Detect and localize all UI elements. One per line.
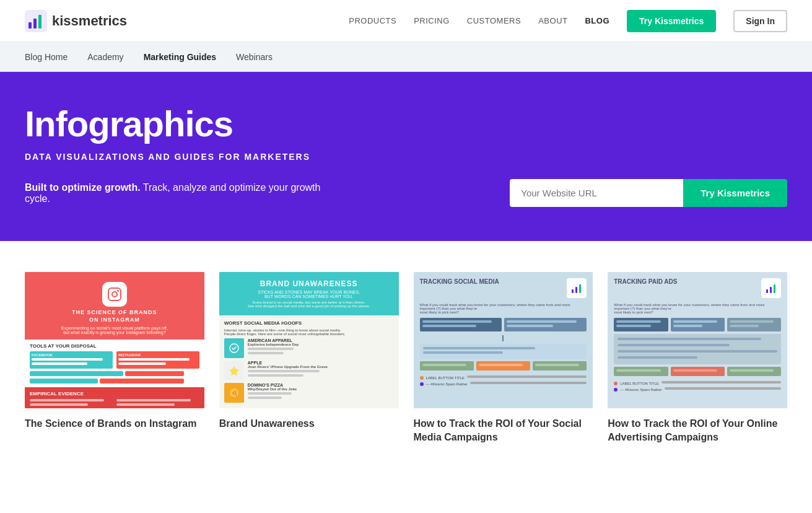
- card1-top-desc: Experimenting on social's most visual pl…: [32, 326, 197, 335]
- card1-bars2: [30, 379, 199, 384]
- nav-customers[interactable]: CUSTOMERS: [467, 16, 521, 25]
- try-kissmetrics-button[interactable]: Try Kissmetrics: [627, 10, 716, 32]
- card1-ev1: [30, 399, 113, 408]
- card1-fb-line2: [32, 362, 87, 365]
- ads-flow3-line2: [730, 325, 759, 327]
- card2-item2-icon: [224, 361, 244, 380]
- arrow-line: [502, 335, 504, 341]
- flow-green1: [420, 361, 474, 370]
- ads-flow1-line1: [616, 320, 660, 323]
- card2-goofs-desc: Internal, tone-up: stories to film—one t…: [224, 328, 394, 336]
- instagram-icon: [102, 282, 127, 307]
- ads-legend-item1: LABEL BUTTON TITLE: [614, 381, 781, 385]
- legend-item2: — #Kissmc Spam Rather: [420, 382, 587, 386]
- card-title-tracking-social: How to Track the ROI of Your Social Medi…: [414, 417, 593, 445]
- logo-link[interactable]: kissmetrics: [25, 10, 127, 32]
- flow-box2-line1: [507, 320, 576, 323]
- card2-item3: 🍕 DOMINO'S PIZZA Why/Stayed Out of the J…: [224, 383, 394, 403]
- svg-rect-14: [770, 287, 772, 293]
- ads-legend-line1: [661, 381, 781, 384]
- signin-button[interactable]: Sign In: [733, 10, 787, 32]
- subnav-academy[interactable]: Academy: [87, 52, 123, 62]
- nav-pricing[interactable]: PRICING: [414, 16, 450, 25]
- ads-main-line3: [618, 350, 777, 353]
- card2-item1-title: Explosive Independence Day: [248, 343, 299, 346]
- ads-flow2-line2: [673, 325, 703, 327]
- ads-legend-dot1: [614, 382, 618, 385]
- hero-cta-group: Try Kissmetrics: [510, 179, 787, 207]
- nav-about[interactable]: ABOUT: [538, 16, 567, 25]
- svg-rect-2: [33, 19, 37, 28]
- card1-ev2: [116, 399, 199, 408]
- flow-orange1: [476, 361, 530, 370]
- subnav-blog-home[interactable]: Blog Home: [25, 52, 68, 62]
- card2-line4: [248, 374, 303, 377]
- card1-ig-line2: [118, 362, 166, 365]
- legend-dot2: [420, 382, 424, 386]
- social-flow-row2: [420, 361, 587, 370]
- bar-3: [30, 379, 98, 384]
- card2-item3-title: Why/Stayed Out of the Joke: [248, 387, 297, 391]
- ads-legend-dot2: [614, 388, 618, 392]
- svg-rect-3: [38, 15, 41, 28]
- subnav-marketing-guides[interactable]: Marketing Guides: [144, 52, 216, 62]
- card2-item3-brand: DOMINO'S PIZZA: [248, 383, 297, 387]
- card-image-instagram[interactable]: THE SCIENCE OF BRANDSON INSTAGRAM Experi…: [25, 272, 204, 408]
- main-header: kissmetrics PRODUCTS PRICING CUSTOMERS A…: [0, 0, 812, 42]
- svg-rect-13: [766, 289, 768, 293]
- card-tracking-social: Tracking Social Media What if you could …: [414, 272, 593, 445]
- card1-ig-label: INSTAGRAM: [118, 353, 198, 357]
- subnav-webinars[interactable]: Webinars: [236, 52, 273, 62]
- card2-line6: [248, 397, 282, 399]
- card-image-tracking-ads[interactable]: Tracking Paid Ads What if you could trac…: [608, 272, 787, 408]
- ads-flow-box1: [614, 318, 668, 331]
- card1-bottom: EMPIRICAL EVIDENCE INSTAGRAM'S TOP BRAND…: [25, 387, 204, 408]
- tracking-social-content: Tracking Social Media What if you could …: [414, 272, 593, 392]
- card2-item2: APPLE Joan Rivers' iPhone Upgrade From t…: [224, 361, 394, 380]
- sub-navigation: Blog Home Academy Marketing Guides Webin…: [0, 42, 812, 72]
- tracking-social-desc: What if you could track what you know fo…: [420, 303, 587, 314]
- ads-flow-row1: [614, 318, 781, 331]
- card1-fb-label: FACEBOOK: [32, 353, 111, 357]
- card1-tools-row: FACEBOOK INSTAGRAM: [30, 351, 199, 369]
- ads-main-content: [618, 338, 777, 361]
- card2-item1: AMERICAN APPAREL Explosive Independence …: [224, 338, 394, 358]
- ads-legend-text1: LABEL BUTTON TITLE: [620, 382, 659, 385]
- hero-try-button[interactable]: Try Kissmetrics: [683, 179, 787, 207]
- card-image-brand[interactable]: Brand Unawareness STICKS AND STONES MAY …: [219, 272, 399, 408]
- card2-goofs-title: WORST SOCIAL MEDIA #GOOFS: [224, 320, 394, 326]
- card2-item3-icon: 🍕: [224, 383, 244, 403]
- flow-green2: [533, 361, 587, 370]
- ads-green2-line: [730, 369, 774, 372]
- card-instagram: THE SCIENCE OF BRANDSON INSTAGRAM Experi…: [25, 272, 204, 445]
- legend-item1: LABEL BUTTON TITLE: [420, 375, 587, 380]
- card1-ig-line1: [118, 358, 190, 361]
- ads-legend: LABEL BUTTON TITLE — #Kissmc Spam Rather: [614, 381, 781, 392]
- ev-line2: [30, 403, 88, 406]
- website-url-input[interactable]: [510, 179, 683, 207]
- card-image-tracking-social[interactable]: Tracking Social Media What if you could …: [414, 272, 593, 408]
- flow-box1: [420, 318, 502, 331]
- card-top-band: THE SCIENCE OF BRANDSON INSTAGRAM Experi…: [25, 272, 204, 340]
- svg-rect-4: [108, 288, 121, 300]
- legend-line2: [470, 382, 587, 384]
- ads-flow3-line1: [730, 320, 774, 323]
- ads-flow1-line2: [616, 325, 650, 327]
- nav-products[interactable]: PRODUCTS: [349, 16, 396, 25]
- card-title-instagram: The Science of Brands on Instagram: [25, 417, 204, 431]
- flow-box1-line1: [422, 320, 492, 323]
- social-legend: LABEL BUTTON TITLE — #Kissmc Spam Rather: [420, 375, 587, 386]
- svg-rect-15: [774, 284, 775, 293]
- card-brand: Brand Unawareness STICKS AND STONES MAY …: [219, 272, 399, 445]
- kissmetrics-logo-small: [567, 278, 587, 298]
- card2-item3-text: DOMINO'S PIZZA Why/Stayed Out of the Jok…: [248, 383, 297, 403]
- card2-item1-icon: [224, 338, 244, 358]
- card2-content: WORST SOCIAL MEDIA #GOOFS Internal, tone…: [219, 315, 399, 408]
- legend-line1: [467, 375, 587, 378]
- hero-description: Built to optimize growth. Track, analyze…: [25, 182, 334, 204]
- ads-legend-text2: — #Kissmc Spam Rather: [620, 388, 661, 392]
- tracking-ads-desc: What if you could track what you know fo…: [614, 303, 781, 314]
- nav-blog[interactable]: BLOG: [585, 16, 609, 25]
- ads-green1-line: [616, 369, 660, 372]
- center-box-line1: [423, 347, 536, 349]
